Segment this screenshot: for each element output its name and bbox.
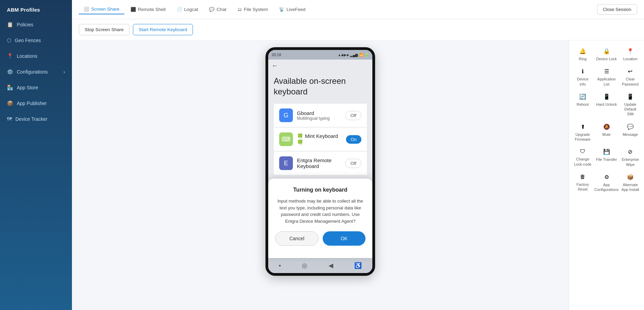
entgra-icon: E xyxy=(279,156,293,170)
action-upgrade-firmware[interactable]: ⬆ Upgrade Firmware xyxy=(573,121,592,144)
dialog-title: Turning on keyboard xyxy=(293,187,347,193)
device-tracker-icon: 🗺 xyxy=(7,116,12,122)
phone-time: 20:18 xyxy=(272,53,281,57)
sidebar-item-geo-fences[interactable]: ⬡Geo Fences xyxy=(0,33,72,48)
sidebar-item-label: Device Tracker xyxy=(15,116,47,122)
action-alternate-app-install[interactable]: 📦 Alternate App Install xyxy=(621,172,640,194)
sidebar-item-label: Locations xyxy=(17,53,37,59)
hard-unlock-icon: 📱 xyxy=(603,93,610,100)
keyboard-item-entgra: E Entgra Remote Keyboard Off xyxy=(274,152,367,175)
phone-nav-square[interactable]: ▪ xyxy=(279,262,281,269)
entgra-info: Entgra Remote Keyboard xyxy=(297,157,341,169)
livefeed-tab-icon: 📡 xyxy=(279,7,284,12)
reboot-icon: 🔄 xyxy=(579,93,586,100)
change-lockcode-label: Change Lock-code xyxy=(574,157,592,167)
clear-password-icon: ↩ xyxy=(628,68,632,75)
action-enterprise-wipe[interactable]: ⊘ Enterprise Wipe xyxy=(621,146,640,169)
ring-label: Ring xyxy=(579,56,587,61)
action-location[interactable]: 📍 Location xyxy=(621,46,640,63)
dialog-cancel-button[interactable]: Cancel xyxy=(275,231,319,246)
phone-nav-back[interactable]: ◀ xyxy=(329,262,333,269)
mint-name: 🍀 Mint Keyboard 🍀 xyxy=(297,133,342,145)
app-configurations-icon: ⚙ xyxy=(604,174,609,180)
location-label: Location xyxy=(623,56,637,61)
message-icon: 💬 xyxy=(627,124,634,130)
geo-fences-icon: ⬡ xyxy=(7,37,11,43)
location-icon: 📍 xyxy=(627,48,634,54)
reboot-label: Reboot xyxy=(577,102,589,107)
phone-mockup: 20:18 ▲◆▶■ ▂▄▆ 📶 🔋 ← Available on-screen… xyxy=(265,47,375,276)
application-list-icon: ☰ xyxy=(604,68,609,75)
tab-remote-shell[interactable]: ⬛Remote Shell xyxy=(126,5,171,14)
keyboard-list: G Gboard Multilingual typing Off ⌨ 🍀 Min… xyxy=(274,104,367,175)
factory-reset-label: Factory Reset xyxy=(574,182,592,192)
action-factory-reset[interactable]: 🗑 Factory Reset xyxy=(573,172,592,194)
action-application-list[interactable]: ☰ Application List xyxy=(594,66,619,89)
remote-shell-tab-icon: ⬛ xyxy=(131,7,136,12)
file-system-tab-label: File System xyxy=(244,7,268,12)
action-hard-unlock[interactable]: 📱 Hard Unlock xyxy=(594,91,619,119)
tab-chat[interactable]: 💬Chat xyxy=(204,5,231,14)
main-content: ⬜Screen Share⬛Remote Shell📄Logcat💬Chat🗂F… xyxy=(72,0,644,310)
action-message[interactable]: 💬 Message xyxy=(621,121,640,144)
phone-nav-assist[interactable]: ♿ xyxy=(354,262,362,269)
tab-file-system[interactable]: 🗂File System xyxy=(233,5,273,14)
alternate-app-install-label: Alternate App Install xyxy=(621,182,639,192)
mute-label: Mute xyxy=(602,132,610,137)
action-app-configurations[interactable]: ⚙ App Configurations xyxy=(594,172,619,194)
stop-screen-share-button[interactable]: Stop Screen Share xyxy=(79,24,129,35)
dialog-ok-button[interactable]: OK xyxy=(323,231,366,246)
phone-body: ← Available on-screen keyboard G Gboard … xyxy=(268,60,372,258)
phone-back-button[interactable]: ← xyxy=(272,62,278,69)
action-change-lockcode[interactable]: 🛡 Change Lock-code xyxy=(573,146,592,169)
tab-screen-share[interactable]: ⬜Screen Share xyxy=(79,4,124,14)
logcat-tab-icon: 📄 xyxy=(177,7,182,12)
sidebar-item-app-publisher[interactable]: 📦App Publisher xyxy=(0,95,72,111)
sidebar-item-device-tracker[interactable]: 🗺Device Tracker xyxy=(0,111,72,127)
start-remote-keyboard-button[interactable]: Start Remote Keyboard xyxy=(133,24,193,35)
update-default-sim-icon: 📱 xyxy=(627,93,634,100)
device-lock-label: Device Lock xyxy=(596,56,617,61)
sidebar-item-label: App Store xyxy=(17,85,38,90)
clear-password-label: Clear Password xyxy=(621,77,639,87)
action-mute[interactable]: 🔕 Mute xyxy=(594,121,619,144)
phone-bottom-nav: ▪ ◎ ◀ ♿ xyxy=(268,258,372,273)
sidebar-item-label: Geo Fences xyxy=(15,38,41,43)
sidebar-item-app-store[interactable]: 🏪App Store xyxy=(0,80,72,95)
action-clear-password[interactable]: ↩ Clear Password xyxy=(621,66,640,89)
tab-logcat[interactable]: 📄Logcat xyxy=(172,5,203,14)
device-area: 20:18 ▲◆▶■ ▂▄▆ 📶 🔋 ← Available on-screen… xyxy=(72,40,569,310)
remote-shell-tab-label: Remote Shell xyxy=(138,7,166,12)
sidebar-item-locations[interactable]: 📍Locations xyxy=(0,48,72,64)
mute-icon: 🔕 xyxy=(603,124,610,130)
action-ring[interactable]: 🔔 Ring xyxy=(573,46,592,63)
file-transfer-label: File Transfer xyxy=(596,157,617,162)
action-device-lock[interactable]: 🔒 Device Lock xyxy=(594,46,619,63)
action-file-transfer[interactable]: 💾 File Transfer xyxy=(594,146,619,169)
action-reboot[interactable]: 🔄 Reboot xyxy=(573,91,592,119)
app-store-icon: 🏪 xyxy=(7,85,13,91)
sidebar-item-label: Policies xyxy=(17,22,33,27)
livefeed-tab-label: LiveFeed xyxy=(286,7,306,12)
update-default-sim-label: Update Default SIM xyxy=(621,102,639,117)
phone-nav-home[interactable]: ◎ xyxy=(302,262,307,269)
tabs-bar: ⬜Screen Share⬛Remote Shell📄Logcat💬Chat🗂F… xyxy=(72,0,644,19)
sidebar-item-policies[interactable]: 📋Policies xyxy=(0,17,72,33)
chat-tab-label: Chat xyxy=(216,7,226,12)
gboard-toggle[interactable]: Off xyxy=(345,111,361,120)
sidebar-title: ABM Profiles xyxy=(0,3,72,17)
mint-toggle[interactable]: On xyxy=(346,135,361,144)
entgra-toggle[interactable]: Off xyxy=(345,159,361,168)
alternate-app-install-icon: 📦 xyxy=(627,174,634,180)
device-lock-icon: 🔒 xyxy=(603,48,610,54)
action-update-default-sim[interactable]: 📱 Update Default SIM xyxy=(621,91,640,119)
phone-content: Available on-screen keyboard G Gboard Mu… xyxy=(268,72,372,179)
tab-livefeed[interactable]: 📡LiveFeed xyxy=(274,5,310,14)
device-info-label: Device info xyxy=(574,77,592,87)
upgrade-firmware-icon: ⬆ xyxy=(581,124,585,130)
gboard-icon: G xyxy=(279,108,293,122)
action-device-info[interactable]: ℹ Device info xyxy=(573,66,592,89)
gboard-info: Gboard Multilingual typing xyxy=(297,110,341,121)
sidebar-item-configurations[interactable]: ⚙️Configurations› xyxy=(0,64,72,80)
close-session-button[interactable]: Close Session xyxy=(597,4,637,15)
